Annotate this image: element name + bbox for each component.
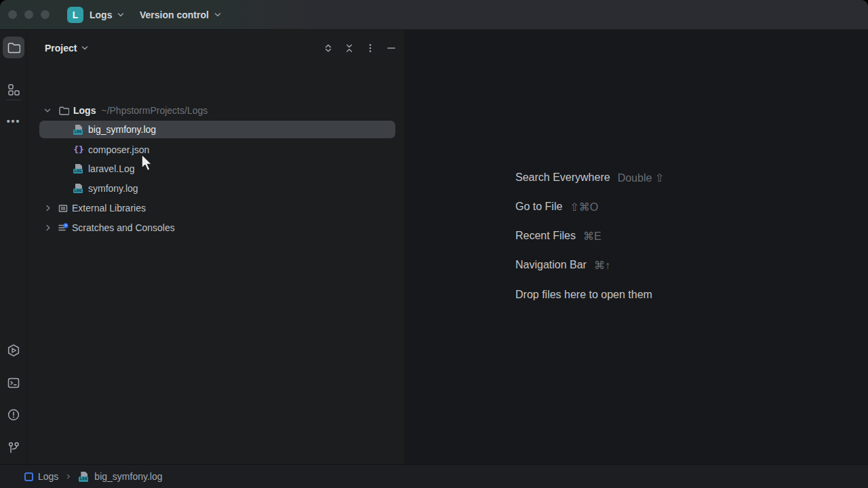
project-selector-label: Logs xyxy=(90,9,112,20)
more-tool-windows-button[interactable]: ••• xyxy=(3,110,24,132)
shortcut-label: Drop files here to open them xyxy=(515,289,652,301)
chevron-down-icon xyxy=(117,11,125,19)
log-file-icon: LOG xyxy=(73,163,84,174)
zoom-window-button[interactable] xyxy=(41,10,50,19)
folder-icon xyxy=(7,41,20,54)
folder-icon xyxy=(58,105,69,116)
vcs-selector-label: Version control xyxy=(140,9,209,20)
scratches-icon xyxy=(58,222,68,233)
more-icon: ••• xyxy=(7,116,21,127)
project-panel-title[interactable]: Project xyxy=(45,37,89,59)
breadcrumb-label: big_symfony.log xyxy=(94,471,162,482)
git-branch-icon xyxy=(7,441,20,454)
expand-all-button[interactable] xyxy=(323,43,334,54)
problems-tool-button[interactable] xyxy=(3,404,24,426)
terminal-icon xyxy=(7,376,20,390)
shortcut-label: Recent Files xyxy=(515,230,576,242)
chevron-down-icon xyxy=(81,44,89,52)
tree-item-file[interactable]: {} composer.json xyxy=(28,140,406,159)
project-logo: L xyxy=(67,7,83,23)
libraries-icon xyxy=(58,203,68,214)
log-file-icon: LOG xyxy=(73,183,84,194)
node-name: External Libraries xyxy=(72,203,146,214)
breadcrumb-label: Logs xyxy=(38,471,58,482)
project-selector[interactable]: Logs xyxy=(90,0,125,30)
shortcut-keys: ⌘E xyxy=(583,230,601,243)
shortcut-keys: Double ⇧ xyxy=(618,171,665,184)
git-tool-button[interactable] xyxy=(3,436,24,458)
project-tree: Logs ~/PhpstormProjects/Logs LOG big_sym… xyxy=(28,70,405,464)
phpstorm-window: L Logs Version control ••• xyxy=(0,0,868,488)
tree-item-external-libraries[interactable]: External Libraries xyxy=(28,198,406,218)
shortcut-keys: ⇧⌘O xyxy=(570,201,598,214)
shortcut-keys: ⌘↑ xyxy=(594,259,610,272)
structure-icon xyxy=(7,83,20,96)
structure-tool-button[interactable] xyxy=(3,79,24,100)
hide-panel-button[interactable] xyxy=(386,43,397,54)
chevron-right-icon xyxy=(64,472,73,481)
drop-files-hint: Drop files here to open them xyxy=(515,287,652,302)
tree-item-file[interactable]: LOG symfony.log xyxy=(28,178,406,198)
services-tool-button[interactable] xyxy=(3,340,24,361)
project-tool-window: Project Logs ~/PhpstormProjects/Logs L xyxy=(28,30,406,464)
titlebar: L Logs Version control xyxy=(0,0,868,30)
shortcut-hint-navigation-bar: Navigation Bar ⌘↑ xyxy=(515,258,610,272)
file-name: big_symfony.log xyxy=(88,124,156,135)
shortcut-hint-go-to-file: Go to File ⇧⌘O xyxy=(515,199,598,214)
shortcut-hint-search-everywhere: Search Everywhere Double ⇧ xyxy=(515,170,664,185)
file-name: laravel.Log xyxy=(88,163,135,174)
root-name: Logs xyxy=(73,105,96,116)
chevron-right-icon[interactable] xyxy=(43,222,54,233)
tree-item-file[interactable]: LOG laravel.Log xyxy=(28,159,406,178)
project-panel-title-label: Project xyxy=(45,43,77,54)
json-file-icon: {} xyxy=(73,144,84,155)
services-run-icon xyxy=(7,344,20,357)
options-kebab-button[interactable] xyxy=(365,43,376,54)
collapse-all-button[interactable] xyxy=(344,43,355,54)
root-path: ~/PhpstormProjects/Logs xyxy=(101,105,208,116)
project-tool-button[interactable] xyxy=(3,37,24,58)
node-name: Scratches and Consoles xyxy=(72,222,175,233)
traffic-lights xyxy=(8,10,50,19)
chevron-right-icon[interactable] xyxy=(43,203,54,214)
shortcut-hint-recent-files: Recent Files ⌘E xyxy=(515,228,601,243)
breadcrumb-bar: Logs LOG big_symfony.log xyxy=(0,464,868,488)
project-icon xyxy=(24,472,33,481)
shortcut-label: Search Everywhere xyxy=(515,171,610,184)
problems-icon xyxy=(7,408,20,422)
project-panel-header: Project xyxy=(28,37,405,59)
file-name: symfony.log xyxy=(88,183,138,194)
log-file-icon: LOG xyxy=(73,124,84,135)
terminal-tool-button[interactable] xyxy=(3,372,24,394)
chevron-down-icon xyxy=(214,11,222,19)
chevron-down-icon[interactable] xyxy=(42,105,53,116)
breadcrumb-project[interactable]: Logs xyxy=(24,471,58,482)
shortcut-label: Go to File xyxy=(515,201,562,213)
minimize-window-button[interactable] xyxy=(24,10,33,19)
editor-empty-state: Search Everywhere Double ⇧ Go to File ⇧⌘… xyxy=(406,30,868,464)
tool-window-rail: ••• xyxy=(0,30,27,464)
file-name: composer.json xyxy=(88,144,149,155)
shortcut-label: Navigation Bar xyxy=(515,259,587,271)
vcs-selector[interactable]: Version control xyxy=(140,0,222,30)
tree-item-scratches[interactable]: Scratches and Consoles xyxy=(28,218,406,237)
tree-item-file-selected[interactable]: LOG big_symfony.log xyxy=(28,120,406,139)
tree-item-project-root[interactable]: Logs ~/PhpstormProjects/Logs xyxy=(28,100,406,120)
close-window-button[interactable] xyxy=(8,10,17,19)
breadcrumb-file[interactable]: LOG big_symfony.log xyxy=(79,471,162,482)
log-file-icon: LOG xyxy=(79,471,90,482)
